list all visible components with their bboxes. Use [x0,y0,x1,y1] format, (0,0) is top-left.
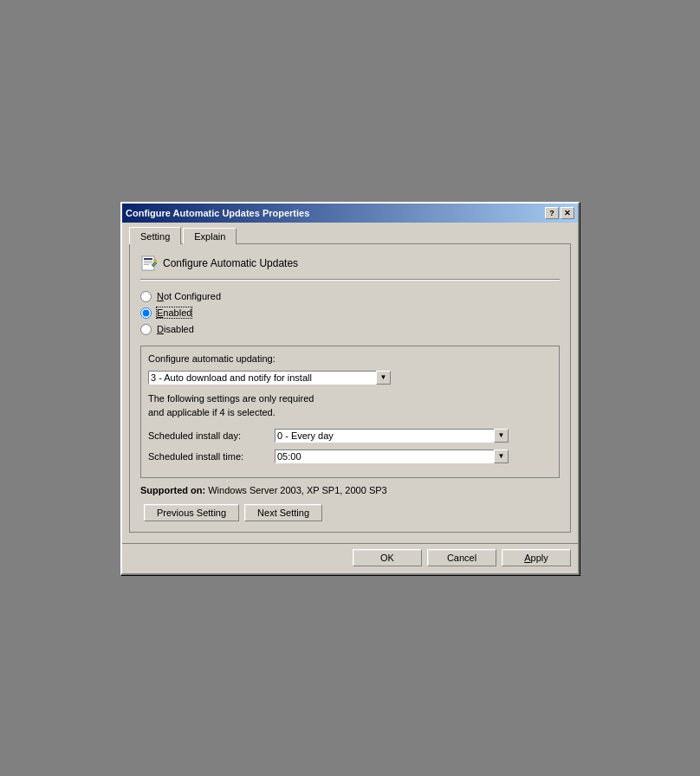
tab-bar: Setting Explain [129,228,571,244]
radio-disabled[interactable]: Disabled [140,324,560,335]
nav-buttons: Previous Setting Next Setting [144,504,322,521]
tab-explain[interactable]: Explain [183,228,237,244]
info-text-line2: and applicable if 4 is selected. [148,405,552,420]
scheduled-time-select[interactable]: 00:0001:0002:0003:0004:0005:0006:0007:00… [275,449,509,463]
radio-label-not-configured: Not Configured [157,291,221,301]
previous-setting-label: Previous Setting [157,508,226,518]
policy-icon [140,255,158,272]
title-bar: Configure Automatic Updates Properties ?… [122,204,578,223]
dialog-body: Setting Explain Configure Automatic Up [122,223,578,540]
radio-input-disabled[interactable] [140,324,152,335]
info-text-line1: The following settings are only required [148,391,552,406]
scheduled-day-select[interactable]: 0 - Every day1 - Every Sunday2 - Every M… [275,429,509,443]
radio-input-enabled[interactable] [140,307,152,319]
auto-update-dropdown-row: 2 - Notify for download and notify for i… [148,371,552,385]
ok-label: OK [380,553,394,563]
apply-label: Apply [524,553,548,563]
supported-on-label: Supported on: [140,485,205,495]
previous-setting-button[interactable]: Previous Setting [144,504,239,521]
scheduled-time-label: Scheduled install time: [148,451,269,462]
supported-on-value: Windows Server 2003, XP SP1, 2000 SP3 [208,485,386,495]
next-setting-label: Next Setting [257,508,309,518]
supported-on-row: Supported on: Windows Server 2003, XP SP… [140,485,560,495]
dialog-window: Configure Automatic Updates Properties ?… [120,202,580,575]
options-box: Configure automatic updating: 2 - Notify… [140,346,560,478]
apply-button[interactable]: Apply [502,549,571,566]
scheduled-day-label: Scheduled install day: [148,430,269,441]
radio-input-not-configured[interactable] [140,291,152,302]
radio-not-configured[interactable]: Not Configured [140,291,560,302]
cancel-button[interactable]: Cancel [427,549,496,566]
radio-label-disabled: Disabled [157,324,194,334]
radio-label-enabled: Enabled [157,307,191,318]
help-button[interactable]: ? [545,207,559,219]
action-buttons-row: OK Cancel Apply [122,543,578,573]
next-setting-button[interactable]: Next Setting [244,504,322,521]
ok-button[interactable]: OK [353,549,422,566]
svg-rect-1 [144,258,152,260]
svg-rect-4 [144,264,149,265]
close-button[interactable]: ✕ [561,207,574,219]
radio-enabled[interactable]: Enabled [140,307,560,319]
tab-content-setting: Configure Automatic Updates Not Configur… [129,243,571,533]
scheduled-day-select-container: 0 - Every day1 - Every Sunday2 - Every M… [275,429,509,443]
cancel-label: Cancel [447,553,476,563]
scheduled-time-select-container: 00:0001:0002:0003:0004:0005:0006:0007:00… [275,449,509,463]
auto-update-select-container: 2 - Notify for download and notify for i… [148,371,391,385]
tab-setting[interactable]: Setting [129,227,181,244]
svg-rect-2 [144,261,152,262]
options-box-label: Configure automatic updating: [148,353,552,364]
section-title: Configure Automatic Updates [163,257,298,269]
section-header: Configure Automatic Updates [140,255,560,272]
nav-buttons-row: Previous Setting Next Setting [140,504,560,521]
scheduled-day-row: Scheduled install day: 0 - Every day1 - … [148,429,552,443]
svg-point-5 [154,259,157,262]
svg-rect-3 [144,262,152,263]
auto-update-select[interactable]: 2 - Notify for download and notify for i… [148,371,391,385]
scheduled-time-row: Scheduled install time: 00:0001:0002:000… [148,449,552,463]
title-bar-controls: ? ✕ [545,207,574,219]
title-bar-text: Configure Automatic Updates Properties [126,208,309,218]
window-title: Configure Automatic Updates Properties [126,208,309,218]
info-text: The following settings are only required… [148,391,552,420]
radio-group: Not Configured Enabled Disabled [140,291,560,335]
section-divider [140,279,560,281]
